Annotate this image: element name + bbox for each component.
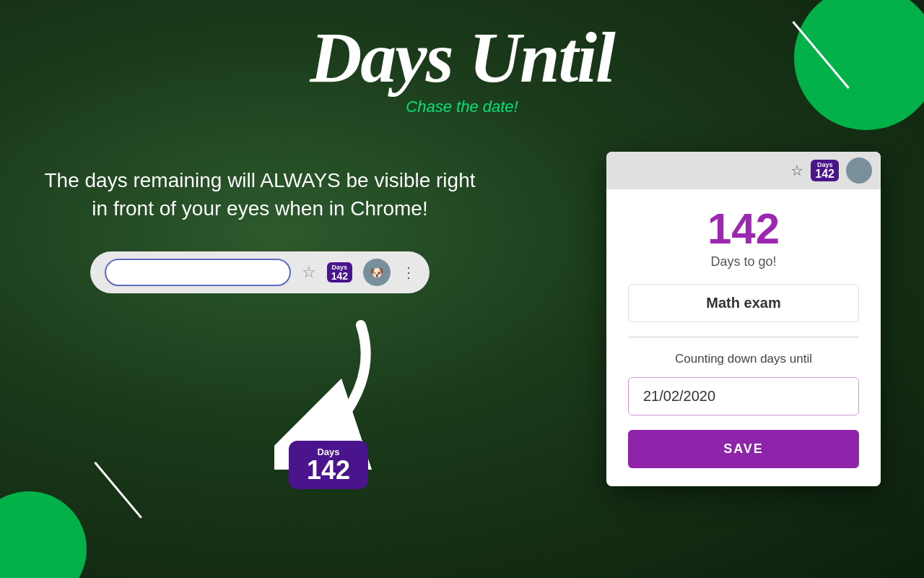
- avatar-bar: 🐶: [363, 259, 391, 286]
- popup-avatar: [846, 158, 872, 184]
- extension-popup: ☆ Days 142 142 Days to go! Math exam Cou…: [606, 152, 881, 486]
- date-input[interactable]: [628, 377, 859, 415]
- save-button[interactable]: SAVE: [628, 430, 859, 468]
- days-count-display: 142: [628, 207, 859, 251]
- page-title: Days Until: [0, 22, 924, 94]
- popup-divider: [628, 337, 859, 337]
- popup-content: 142 Days to go! Math exam Counting down …: [606, 189, 881, 486]
- header: Days Until Chase the date!: [0, 0, 924, 116]
- days-to-go-label: Days to go!: [628, 254, 859, 269]
- avatar-emoji: 🐶: [370, 266, 384, 280]
- menu-dots-icon[interactable]: ⋮: [401, 264, 415, 281]
- url-bar: [105, 259, 291, 286]
- counting-down-label: Counting down days until: [628, 352, 859, 366]
- browser-bar-mockup: ☆ Days 142 🐶 ⋮: [90, 251, 430, 293]
- left-section: The days remaining will ALWAYS be visibl…: [43, 166, 476, 293]
- description-text: The days remaining will ALWAYS be visibl…: [43, 166, 476, 223]
- event-name-display[interactable]: Math exam: [628, 284, 859, 322]
- popup-badge: Days 142: [811, 160, 839, 181]
- popup-star-icon[interactable]: ☆: [790, 162, 803, 179]
- deco-circle-bottom-left: [0, 491, 87, 578]
- popup-badge-number: 142: [815, 168, 834, 180]
- badge-large-number: 142: [307, 457, 350, 483]
- badge-number-small: 142: [331, 271, 348, 281]
- days-badge-small: Days 142: [327, 262, 352, 282]
- deco-line-bottom-left: [94, 462, 142, 519]
- popup-chrome-header: ☆ Days 142: [606, 152, 881, 189]
- page-subtitle: Chase the date!: [0, 98, 924, 116]
- star-icon: ☆: [302, 263, 316, 282]
- badge-large: Days 142: [289, 441, 368, 489]
